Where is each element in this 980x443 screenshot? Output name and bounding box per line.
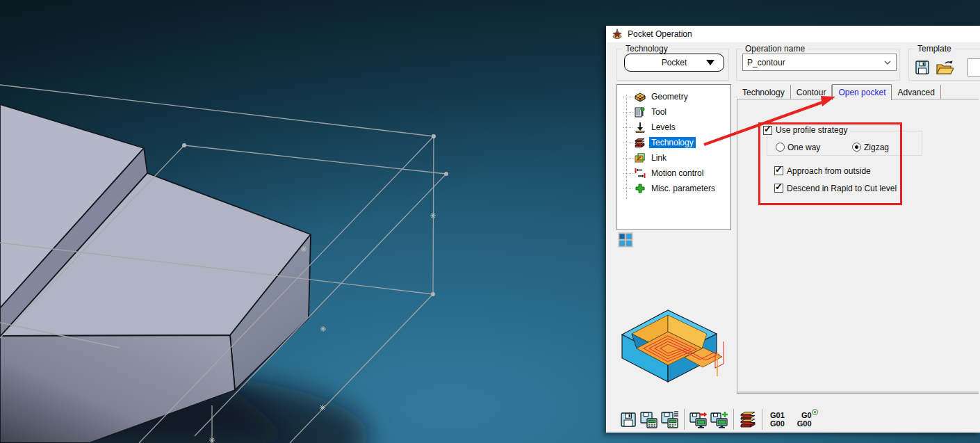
gcode-view-button[interactable]: G0 G00 <box>797 411 812 428</box>
technology-dropdown-value: Pocket <box>662 58 687 67</box>
tree-item-levels[interactable]: Levels <box>617 120 678 134</box>
technology-group-label: Technology <box>623 44 671 54</box>
operation-name-group-label: Operation name <box>742 44 808 54</box>
tree-item-geometry[interactable]: Geometry <box>617 90 690 104</box>
save-simulate-icon[interactable] <box>689 410 708 428</box>
operation-name-value: P_contour <box>747 58 785 67</box>
save-add-operation-icon[interactable] <box>710 410 728 428</box>
tab-advanced[interactable]: Advanced <box>892 85 940 99</box>
technology-icon <box>634 136 646 149</box>
gcode-line: G01 <box>770 411 785 419</box>
open-template-icon[interactable] <box>936 60 954 76</box>
tab-technology[interactable]: Technology <box>737 85 791 99</box>
save-calculate-icon[interactable] <box>640 410 658 428</box>
dialog-title: Pocket Operation <box>628 29 692 39</box>
tree-item-misc-parameters[interactable]: Misc. parameters <box>617 182 717 195</box>
tree-item-label: Tool <box>649 106 669 118</box>
operation-name-combo[interactable]: P_contour <box>742 54 897 71</box>
tree-item-label: Levels <box>649 122 678 133</box>
gcode-line: G0 <box>797 411 812 419</box>
tree-item-tool[interactable]: Tool <box>617 105 669 119</box>
tree-item-label: Motion control <box>649 168 705 179</box>
tree-item-label: Technology <box>649 137 696 148</box>
template-group: Template <box>908 49 980 81</box>
pocket-operation-dialog: Pocket Operation Technology Pocket Opera… <box>606 26 980 433</box>
pocket-operation-icon <box>612 29 623 40</box>
tab-strip: Technology Contour Open pocket Advanced <box>737 85 941 99</box>
tree-item-label: Geometry <box>649 91 690 102</box>
operation-name-group: Operation name P_contour <box>736 49 900 81</box>
gcode-refresh-badge-icon <box>812 409 818 415</box>
dropdown-arrow-icon <box>706 60 714 65</box>
save-template-icon[interactable] <box>915 60 930 75</box>
template-name-field[interactable] <box>967 58 980 76</box>
tab-open-pocket[interactable]: Open pocket <box>832 84 892 100</box>
gcode-calc-button[interactable]: G01 G00 <box>770 411 785 428</box>
technology-layers-icon[interactable] <box>739 410 757 428</box>
tree-item-link[interactable]: Link <box>617 151 669 165</box>
dialog-titlebar[interactable]: Pocket Operation <box>607 26 980 42</box>
misc-parameters-icon <box>634 182 646 195</box>
toolbar-separator <box>762 409 762 430</box>
gcode-line: G00 <box>770 419 785 428</box>
tree-item-technology[interactable]: Technology <box>617 136 696 150</box>
tree-item-motion-control[interactable]: Motion control <box>617 166 705 180</box>
gcode-line: G00 <box>797 419 812 428</box>
tab-contour[interactable]: Contour <box>791 85 833 99</box>
tree-item-label: Misc. parameters <box>649 183 717 194</box>
toolbar-separator <box>733 409 734 430</box>
save-calculate-all-icon[interactable] <box>661 410 679 428</box>
pocket-preview-image <box>618 296 733 394</box>
motion-control-icon <box>634 167 646 179</box>
save-icon[interactable] <box>619 410 637 428</box>
screenshot-stage: Pocket Operation Technology Pocket Opera… <box>0 0 980 443</box>
technology-dropdown[interactable]: Pocket <box>624 54 724 72</box>
geometry-icon <box>634 90 646 103</box>
annotation-red-rectangle <box>758 122 902 205</box>
technology-group: Technology Pocket <box>616 49 729 81</box>
link-icon <box>634 152 646 164</box>
open-pocket-tab-panel: ✓ Use profile strategy One way Zigzag ✓ … <box>737 99 979 394</box>
template-group-label: Template <box>915 44 954 54</box>
toolbar-separator <box>684 409 685 430</box>
operation-tree-panel: Geometry Tool <box>616 84 731 230</box>
layout-grid-icon[interactable] <box>618 232 633 248</box>
tree-item-label: Link <box>649 152 669 163</box>
levels-icon <box>634 121 646 134</box>
combo-chevron-icon[interactable] <box>884 59 891 66</box>
tool-icon <box>634 106 646 118</box>
dialog-bottom-toolbar: G01 G00 G0 G00 <box>607 405 980 433</box>
